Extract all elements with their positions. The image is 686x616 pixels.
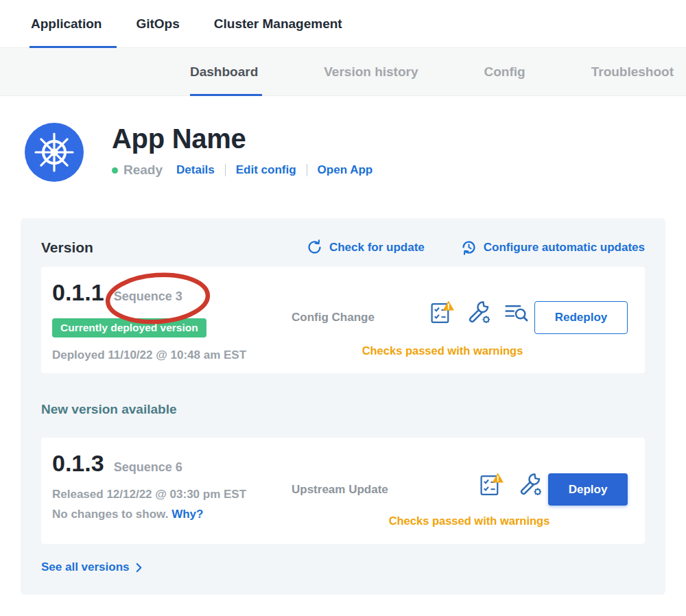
app-header-text: App Name Ready Details Edit config Open … bbox=[112, 122, 372, 178]
version-section-title: Version bbox=[41, 239, 93, 256]
new-change-type-label: Upstream Update bbox=[292, 483, 388, 497]
new-sequence-label: Sequence 6 bbox=[114, 460, 182, 475]
new-version-card: 0.1.3 Sequence 6 Released 12/12/22 @ 03:… bbox=[41, 438, 645, 544]
configure-automatic-updates-link[interactable]: Configure automatic updates bbox=[460, 239, 645, 256]
version-panel: Version Check for update bbox=[21, 218, 665, 595]
tab-troubleshoot[interactable]: Troubleshoot bbox=[591, 48, 674, 95]
secondary-nav: Dashboard Version history Config Trouble… bbox=[0, 48, 686, 96]
status-badge: Ready bbox=[123, 163, 163, 178]
currently-deployed-badge: Currently deployed version bbox=[52, 318, 206, 337]
version-panel-header: Version Check for update bbox=[41, 239, 645, 256]
redeploy-button[interactable]: Redeploy bbox=[534, 301, 628, 334]
tab-application[interactable]: Application bbox=[31, 0, 102, 47]
divider bbox=[307, 164, 307, 176]
tab-cluster-management[interactable]: Cluster Management bbox=[214, 0, 342, 47]
tab-version-history[interactable]: Version history bbox=[324, 48, 418, 95]
page-title: App Name bbox=[112, 123, 372, 154]
why-link[interactable]: Why? bbox=[172, 508, 203, 521]
tab-config[interactable]: Config bbox=[484, 48, 525, 95]
new-version-icons bbox=[479, 472, 543, 497]
ready-status-dot-icon bbox=[112, 167, 118, 174]
app-dashboard-page: { "topnav": { "tabs": [ { "label": "Appl… bbox=[0, 0, 686, 616]
app-header: App Name Ready Details Edit config Open … bbox=[0, 96, 686, 182]
check-for-update-label: Check for update bbox=[329, 241, 425, 254]
config-wrench-gear-icon[interactable] bbox=[518, 472, 543, 497]
clock-refresh-icon bbox=[460, 239, 477, 256]
see-all-versions-label: See all versions bbox=[41, 560, 130, 574]
current-version-card: 0.1.1 Sequence 3 Currently deployed vers… bbox=[41, 267, 645, 373]
divider bbox=[225, 164, 226, 176]
current-sequence-label: Sequence 3 bbox=[114, 289, 182, 304]
current-checks-status: Checks passed with warnings bbox=[336, 344, 549, 357]
kubernetes-logo-icon bbox=[24, 122, 84, 182]
no-changes-label: No changes to show. bbox=[52, 508, 168, 521]
primary-nav: Application GitOps Cluster Management bbox=[0, 0, 686, 48]
chevron-right-icon bbox=[135, 562, 143, 573]
open-app-link[interactable]: Open App bbox=[318, 163, 373, 177]
details-link[interactable]: Details bbox=[176, 163, 215, 177]
tab-gitops[interactable]: GitOps bbox=[136, 0, 179, 47]
configure-automatic-updates-label: Configure automatic updates bbox=[484, 241, 645, 254]
new-checks-status: Checks passed with warnings bbox=[366, 514, 572, 528]
app-status-row: Ready Details Edit config Open App bbox=[112, 163, 372, 178]
version-panel-actions: Check for update Configure automatic upd… bbox=[306, 239, 645, 256]
preflight-checks-warning-icon[interactable] bbox=[429, 300, 455, 325]
config-wrench-gear-icon[interactable] bbox=[466, 300, 492, 325]
refresh-icon bbox=[306, 239, 323, 256]
new-version-available-banner: New version available bbox=[41, 402, 645, 417]
tab-dashboard[interactable]: Dashboard bbox=[190, 48, 258, 95]
current-version-number: 0.1.1 bbox=[52, 279, 104, 306]
current-version-icons bbox=[429, 300, 529, 325]
check-for-update-link[interactable]: Check for update bbox=[306, 239, 425, 256]
deploy-button[interactable]: Deploy bbox=[548, 473, 628, 506]
edit-config-link[interactable]: Edit config bbox=[236, 163, 296, 177]
new-version-number: 0.1.3 bbox=[52, 450, 104, 477]
view-files-magnifier-icon[interactable] bbox=[504, 300, 529, 325]
preflight-checks-warning-icon[interactable] bbox=[479, 472, 504, 497]
see-all-versions-link[interactable]: See all versions bbox=[41, 560, 143, 574]
current-change-type-label: Config Change bbox=[292, 311, 375, 324]
